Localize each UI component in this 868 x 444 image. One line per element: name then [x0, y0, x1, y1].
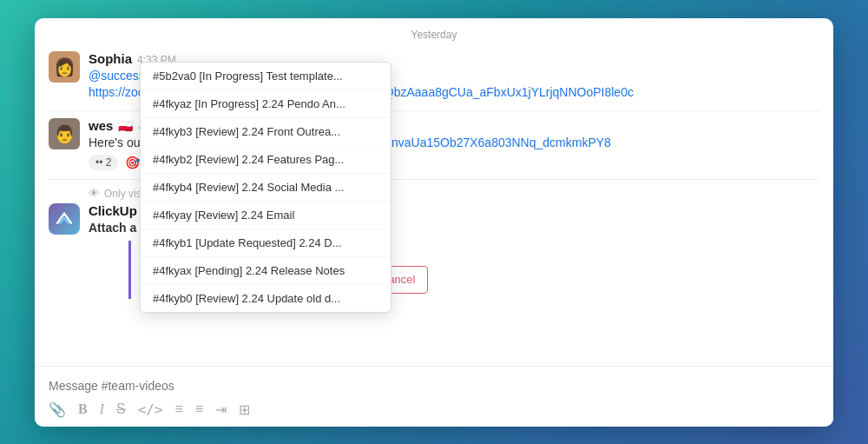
task-dropdown-overlay: #5b2va0 [In Progress] Test template... #…	[140, 62, 391, 313]
sophia-username: Sophia	[89, 51, 132, 66]
wes-avatar: 👨	[49, 118, 80, 149]
italic-icon[interactable]: I	[100, 401, 104, 417]
message-input[interactable]	[49, 367, 819, 401]
dropdown-item-3[interactable]: #4fkyb2 [Review] 2.24 Features Pag...	[141, 146, 391, 174]
sophia-avatar: 👩	[49, 51, 80, 83]
ordered-list-icon[interactable]: ≡	[175, 401, 183, 417]
indent-icon[interactable]: ⇥	[215, 401, 227, 418]
yesterday-label: Yesterday	[49, 29, 819, 41]
wes-reply-icon[interactable]: 🎯	[125, 156, 140, 169]
sophia-mention: @success	[89, 69, 145, 83]
wes-username: wes	[89, 118, 113, 133]
dropdown-item-0[interactable]: #5b2va0 [In Progress] Test template...	[141, 63, 391, 90]
unordered-list-icon[interactable]: ≡	[195, 401, 203, 417]
dropdown-item-7[interactable]: #4fkyax [Pending] 2.24 Release Notes	[141, 257, 391, 285]
dropdown-item-5[interactable]: #4fkyay [Review] 2.24 Email	[141, 202, 391, 229]
wes-reaction[interactable]: •• 2	[89, 155, 118, 170]
dropdown-item-1[interactable]: #4fkyaz [In Progress] 2.24 Pendo An...	[141, 90, 391, 118]
dropdown-item-4[interactable]: #4fkyb4 [Review] 2.24 Social Media ...	[141, 174, 391, 202]
clickup-username: ClickUp	[89, 203, 137, 218]
bottom-bar: 📎 B I S </> ≡ ≡ ⇥ ⊞	[35, 366, 833, 427]
clickup-logo-icon	[55, 209, 74, 229]
toolbar: 📎 B I S </> ≡ ≡ ⇥ ⊞	[49, 401, 819, 427]
code-icon[interactable]: </>	[138, 401, 163, 418]
attachment-icon[interactable]: 📎	[49, 401, 66, 418]
dropdown-item-2[interactable]: #4fkyb3 [Review] 2.24 Front Outrea...	[141, 118, 391, 146]
chat-area: Yesterday 👩 Sophia 4:33 PM @success CS m…	[35, 18, 833, 366]
clickup-msg-body: Please select a task in Click #5b2va0 [I…	[128, 241, 819, 299]
task-controls: #5b2va0 [In Progress] Test template... #…	[140, 266, 811, 294]
clickup-message-row: ClickUp APP 11:06 AM Attach a comment! P…	[49, 203, 819, 299]
wes-flag: 🇵🇱	[118, 119, 133, 133]
eye-icon: 👁	[89, 187, 100, 200]
strikethrough-icon[interactable]: S	[116, 401, 126, 417]
table-icon[interactable]: ⊞	[239, 401, 250, 418]
clickup-avatar	[49, 203, 80, 235]
main-window: Yesterday 👩 Sophia 4:33 PM @success CS m…	[35, 18, 833, 427]
bold-icon[interactable]: B	[78, 401, 88, 417]
clickup-msg-content: ClickUp APP 11:06 AM Attach a comment! P…	[89, 203, 819, 299]
dropdown-item-6[interactable]: #4fkyb1 [Update Requested] 2.24 D...	[141, 229, 391, 257]
dropdown-item-8[interactable]: #4fkyb0 [Review] 2.24 Update old d...	[141, 285, 391, 312]
